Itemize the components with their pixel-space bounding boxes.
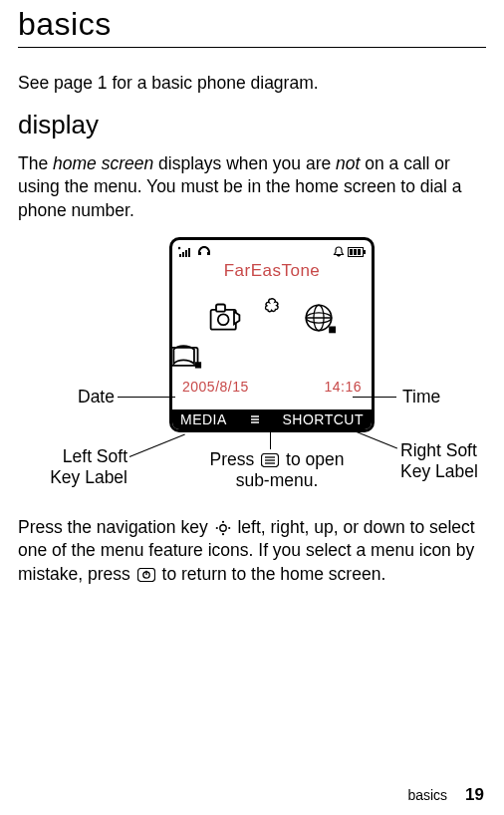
divider [18,47,486,48]
soft-right-label: SHORTCUT [282,411,364,427]
svg-rect-2 [350,249,353,255]
svg-point-23 [219,525,225,531]
soft-left-label: MEDIA [180,411,227,427]
page-number: 19 [465,785,484,805]
headset-icon [196,245,333,259]
top-app-icon [257,296,287,322]
intro-paragraph: See page 1 for a basic phone diagram. [18,72,486,96]
menu-key-icon [261,453,279,467]
page-footer: basics 19 [407,785,484,805]
battery-icon [348,247,366,257]
footer-section: basics [407,787,447,803]
svg-point-0 [178,246,180,249]
svg-rect-8 [216,304,225,311]
section-title: display [18,110,486,140]
page-title: basics [18,6,486,43]
svg-rect-13 [329,326,336,333]
annotation-right-soft: Right SoftKey Label [400,440,478,482]
annotation-submenu: Press to open sub-menu. [197,449,357,491]
phone-date: 2005/8/15 [182,379,249,395]
svg-rect-3 [354,249,357,255]
svg-point-26 [215,527,217,529]
status-bar [172,240,372,262]
svg-point-24 [221,521,223,523]
svg-point-27 [228,527,230,529]
signal-icon [178,246,196,258]
book-app-icon [172,339,372,373]
phone-diagram: FarEasTone 2005/8/15 14:16 [18,237,486,516]
phone-screen: FarEasTone 2005/8/15 14:16 [169,237,375,432]
home-screen-description: The home screen displays when you are no… [18,152,486,223]
camera-app-icon [207,300,243,336]
annotation-time: Time [402,387,440,408]
navigation-paragraph: Press the navigation key left, right, up… [18,516,486,587]
svg-rect-5 [364,250,366,254]
annotation-left-soft: Left SoftKey Label [48,446,127,488]
soft-key-bar: MEDIA SHORTCUT [172,409,372,429]
svg-point-7 [218,314,229,325]
svg-rect-4 [358,249,361,255]
carrier-name: FarEasTone [172,261,372,281]
nav-key-icon [215,520,231,536]
svg-rect-15 [195,362,201,368]
menu-bar-icon [249,413,261,425]
svg-point-25 [221,533,223,535]
end-key-icon [137,568,155,582]
globe-app-icon [301,300,337,336]
bell-icon [333,246,345,258]
phone-time: 14:16 [324,379,362,395]
annotation-date: Date [78,387,115,408]
